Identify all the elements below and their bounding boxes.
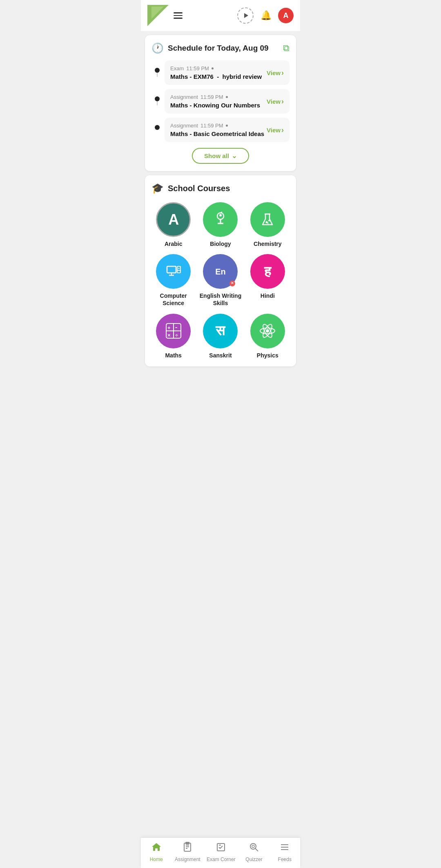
course-label-cs: Computer Science: [151, 292, 195, 307]
course-label-hindi: Hindi: [261, 292, 275, 299]
svg-text:÷: ÷: [175, 332, 178, 338]
svg-rect-32: [186, 842, 189, 844]
play-button[interactable]: [237, 7, 254, 24]
svg-line-36: [255, 848, 258, 851]
nav-label-exam-corner: Exam Corner: [207, 857, 236, 862]
nav-item-exam-corner[interactable]: Exam Corner: [207, 842, 236, 862]
timeline-item: Assignment 11:59 PM Maths - Basic Geomet…: [155, 118, 290, 142]
header-left: [147, 5, 184, 26]
physics-icon: [258, 322, 276, 340]
course-item-cs[interactable]: Computer Science: [151, 254, 195, 307]
course-item-physics[interactable]: Physics: [246, 314, 290, 359]
timeline-item: Assignment 11:59 PM Maths - Knowing Our …: [155, 89, 290, 114]
svg-point-10: [267, 222, 269, 223]
svg-rect-14: [178, 270, 180, 271]
course-circle-hindi: ह: [250, 254, 285, 289]
course-item-sanskrit[interactable]: स Sanskrit: [198, 314, 242, 359]
svg-rect-11: [167, 266, 176, 273]
entry-name: Maths - EXM76 - hybrid review: [170, 73, 262, 80]
entry-time: 11:59 PM: [186, 65, 209, 71]
graduation-icon: 🎓: [151, 183, 164, 194]
course-circle-english: En ✕: [203, 254, 238, 289]
entry-time: 11:59 PM: [200, 123, 223, 129]
bell-button[interactable]: 🔔: [258, 8, 273, 23]
course-item-maths[interactable]: + - × ÷ Maths: [151, 314, 195, 359]
course-circle-cs: [156, 254, 191, 289]
course-item-arabic[interactable]: A Arabic: [151, 202, 195, 248]
entry-type: Assignment: [170, 94, 198, 100]
svg-point-24: [266, 329, 269, 332]
svg-point-37: [252, 845, 254, 848]
course-circle-arabic: A: [156, 202, 191, 237]
course-item-english[interactable]: En ✕ English Writing Skills: [198, 254, 242, 307]
nav-item-home[interactable]: Home: [144, 842, 169, 862]
microscope-icon: [212, 211, 229, 228]
entry-meta: Assignment 11:59 PM: [170, 123, 264, 129]
chemistry-icon: [258, 211, 276, 229]
feeds-icon: [279, 842, 290, 855]
timeline-dot: [155, 96, 160, 101]
timeline-item: Exam 11:59 PM Maths - EXM76 - hybrid rev…: [155, 60, 290, 85]
course-label-arabic: Arabic: [165, 240, 183, 248]
course-item-chemistry[interactable]: Chemistry: [246, 202, 290, 248]
svg-text:+: +: [167, 325, 171, 331]
courses-grid: A Arabic Biology: [151, 202, 290, 359]
dot-separator: [226, 96, 228, 98]
entry-meta: Assignment 11:59 PM: [170, 94, 260, 100]
course-item-biology[interactable]: Biology: [198, 202, 242, 248]
entry-content: Assignment 11:59 PM Maths - Basic Geomet…: [170, 123, 264, 137]
assignment-icon: [182, 842, 193, 855]
svg-point-13: [178, 268, 179, 269]
show-all-wrapper: Show all: [151, 148, 290, 164]
course-label-physics: Physics: [257, 352, 278, 359]
external-link-icon[interactable]: ⧉: [283, 43, 290, 54]
svg-text:-: -: [175, 324, 177, 330]
nav-label-home: Home: [150, 857, 163, 862]
view-button[interactable]: View: [267, 126, 284, 134]
course-item-hindi[interactable]: ह Hindi: [246, 254, 290, 307]
course-label-biology: Biology: [210, 240, 231, 248]
svg-point-5: [219, 214, 222, 216]
schedule-card: 🕐 Schedule for Today, Aug 09 ⧉ Exam 11:5…: [145, 35, 296, 171]
view-button[interactable]: View: [267, 97, 284, 106]
course-label-sanskrit: Sanskrit: [209, 352, 232, 359]
nav-item-feeds[interactable]: Feeds: [272, 842, 297, 862]
quizzer-icon: [249, 842, 259, 855]
header: 🔔 A: [141, 0, 300, 31]
nav-label-assignment: Assignment: [175, 857, 200, 862]
computer-icon: [165, 263, 183, 281]
schedule-entry[interactable]: Exam 11:59 PM Maths - EXM76 - hybrid rev…: [165, 60, 290, 85]
course-label-english: English Writing Skills: [198, 292, 242, 307]
schedule-timeline: Exam 11:59 PM Maths - EXM76 - hybrid rev…: [155, 60, 290, 142]
courses-title: School Courses: [168, 184, 230, 193]
svg-point-35: [250, 843, 256, 849]
hamburger-button[interactable]: [172, 11, 184, 20]
exam-corner-icon: [216, 842, 226, 855]
entry-type: Assignment: [170, 123, 198, 129]
entry-type: Exam: [170, 65, 184, 71]
svg-text:×: ×: [167, 332, 171, 338]
schedule-entry[interactable]: Assignment 11:59 PM Maths - Knowing Our …: [165, 89, 290, 114]
course-label-maths: Maths: [165, 352, 181, 359]
show-all-button[interactable]: Show all: [192, 148, 249, 164]
home-icon: [151, 842, 162, 855]
clock-icon: 🕐: [151, 42, 164, 54]
entry-content: Exam 11:59 PM Maths - EXM76 - hybrid rev…: [170, 65, 262, 80]
nav-item-quizzer[interactable]: Quizzer: [242, 842, 266, 862]
avatar-button[interactable]: A: [278, 8, 294, 23]
timeline-dot: [155, 68, 160, 73]
courses-header: 🎓 School Courses: [151, 183, 290, 194]
entry-time: 11:59 PM: [200, 94, 223, 100]
svg-point-9: [268, 220, 270, 221]
nav-label-quizzer: Quizzer: [245, 857, 262, 862]
view-button[interactable]: View: [267, 69, 284, 77]
course-circle-maths: + - × ÷: [156, 314, 191, 348]
entry-content: Assignment 11:59 PM Maths - Knowing Our …: [170, 94, 260, 109]
course-circle-physics: [250, 314, 285, 348]
bottom-nav: Home Assignment Exam Corner: [141, 837, 300, 868]
dot-separator: [212, 67, 214, 69]
schedule-entry[interactable]: Assignment 11:59 PM Maths - Basic Geomet…: [165, 118, 290, 142]
nav-item-assignment[interactable]: Assignment: [175, 842, 200, 862]
logo-icon: [147, 5, 169, 26]
header-right: 🔔 A: [237, 7, 294, 24]
